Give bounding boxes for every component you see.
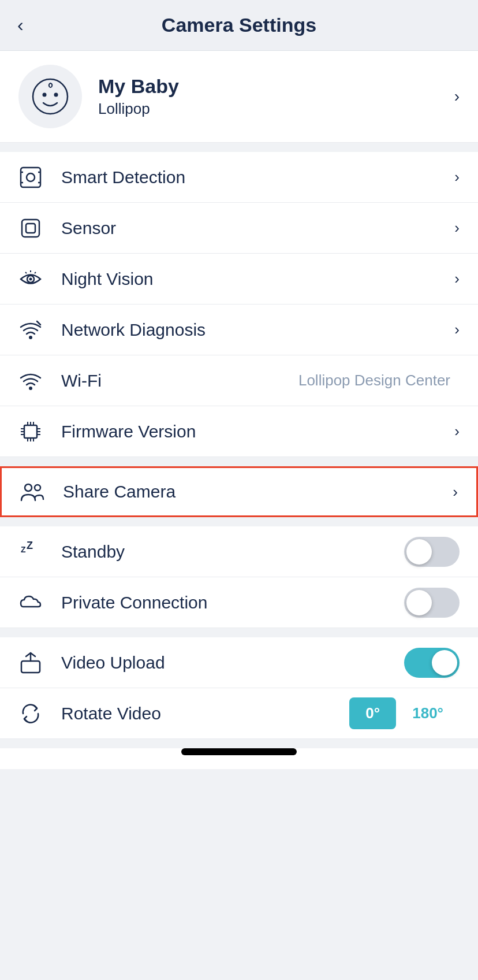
svg-point-32 — [25, 484, 32, 491]
network-diagnosis-chevron: › — [454, 321, 460, 339]
baby-face-icon — [30, 76, 70, 117]
svg-line-15 — [25, 272, 27, 273]
svg-line-17 — [37, 321, 40, 325]
svg-rect-10 — [26, 224, 35, 233]
avatar — [18, 65, 82, 128]
menu-item-wifi[interactable]: Wi-Fi Lollipop Design Center — [0, 355, 478, 406]
share-camera-label: Share Camera — [63, 482, 453, 502]
rotate-options: 0° 180° — [349, 697, 460, 729]
firmware-label: Firmware Version — [61, 422, 454, 441]
page-title: Camera Settings — [162, 14, 316, 36]
section-divider-3 — [0, 517, 478, 526]
standby-toggle[interactable] — [404, 537, 460, 567]
svg-point-0 — [33, 79, 68, 114]
svg-line-14 — [35, 272, 36, 273]
menu-item-private-connection: Private Connection — [0, 577, 478, 628]
svg-point-16 — [29, 336, 32, 339]
night-vision-icon — [18, 267, 52, 291]
svg-rect-3 — [21, 168, 40, 187]
section-divider-4 — [0, 628, 478, 637]
smart-detection-label: Smart Detection — [61, 168, 454, 187]
menu-item-night-vision[interactable]: Night Vision › — [0, 254, 478, 305]
firmware-icon — [18, 420, 52, 444]
profile-chevron: › — [454, 87, 460, 106]
svg-point-33 — [35, 485, 40, 491]
profile-name: My Baby — [98, 75, 454, 98]
svg-point-18 — [29, 387, 32, 390]
smart-detection-icon — [18, 165, 52, 190]
smart-detection-chevron: › — [454, 168, 460, 186]
share-camera-icon — [20, 480, 54, 504]
private-connection-icon — [18, 591, 52, 615]
svg-point-2 — [54, 93, 58, 97]
svg-rect-36 — [21, 661, 40, 673]
menu-item-share-camera[interactable]: Share Camera › — [0, 466, 478, 517]
svg-rect-9 — [22, 220, 39, 237]
home-indicator — [181, 748, 297, 755]
standby-label: Standby — [61, 542, 404, 562]
profile-info: My Baby Lollipop — [98, 75, 454, 118]
share-camera-chevron: › — [453, 483, 458, 501]
night-vision-label: Night Vision — [61, 269, 454, 289]
network-diagnosis-icon — [18, 318, 52, 342]
menu-item-standby: Z Z Standby — [0, 526, 478, 577]
header: ‹ Camera Settings — [0, 0, 478, 51]
svg-point-1 — [43, 93, 47, 97]
sensor-icon — [18, 216, 52, 240]
svg-point-4 — [27, 173, 35, 181]
wifi-icon — [18, 369, 52, 393]
menu-item-video-upload: Video Upload — [0, 637, 478, 688]
svg-text:Z: Z — [21, 545, 26, 554]
menu-item-firmware[interactable]: Firmware Version › — [0, 406, 478, 457]
wifi-value: Lollipop Design Center — [298, 372, 450, 389]
wifi-label: Wi-Fi — [61, 371, 298, 391]
profile-subtitle: Lollipop — [98, 100, 454, 118]
network-diagnosis-label: Network Diagnosis — [61, 320, 454, 340]
night-vision-chevron: › — [454, 270, 460, 288]
menu-item-smart-detection[interactable]: Smart Detection › — [0, 152, 478, 203]
back-button[interactable]: ‹ — [17, 14, 24, 36]
private-connection-label: Private Connection — [61, 593, 404, 612]
rotate-180-button[interactable]: 180° — [396, 697, 460, 729]
sensor-chevron: › — [454, 219, 460, 237]
menu-item-sensor[interactable]: Sensor › — [0, 203, 478, 254]
rotate-0-button[interactable]: 0° — [349, 697, 396, 729]
rotate-video-icon — [18, 701, 52, 726]
section-divider-2 — [0, 457, 478, 466]
private-connection-toggle[interactable] — [404, 588, 460, 618]
firmware-chevron: › — [454, 422, 460, 440]
video-upload-toggle[interactable] — [404, 648, 460, 678]
profile-row[interactable]: My Baby Lollipop › — [0, 51, 478, 143]
section-divider-1 — [0, 143, 478, 152]
svg-rect-19 — [24, 425, 37, 438]
menu-item-network-diagnosis[interactable]: Network Diagnosis › — [0, 305, 478, 355]
menu-item-rotate-video: Rotate Video 0° 180° — [0, 688, 478, 739]
sensor-label: Sensor — [61, 218, 454, 238]
video-upload-icon — [18, 651, 52, 675]
rotate-video-label: Rotate Video — [61, 704, 349, 723]
svg-text:Z: Z — [27, 540, 33, 551]
video-upload-label: Video Upload — [61, 653, 404, 673]
svg-point-12 — [29, 277, 32, 280]
standby-icon: Z Z — [18, 540, 52, 564]
